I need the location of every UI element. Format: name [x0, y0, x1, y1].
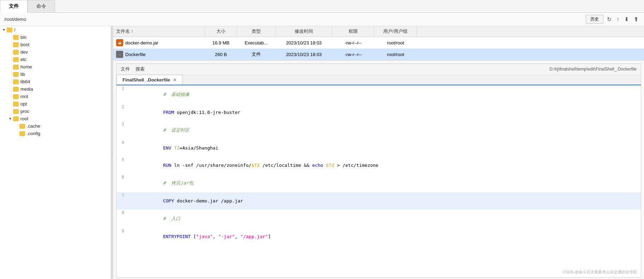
line-content-7: COPY docker-demo.jar /app.jar: [127, 192, 641, 210]
code-line-4: 4 ENV TZ=Asia/Shanghai: [116, 139, 641, 157]
tree-label-root: /: [14, 27, 16, 32]
keyword-echo: echo: [312, 163, 326, 168]
folder-icon-mnt: [13, 94, 19, 99]
line-content-8: # 入口: [127, 210, 641, 228]
folder-icon-cache: [19, 124, 25, 129]
code-line-1: 1 # 基础镜像: [116, 85, 641, 104]
file-row-dockerfile[interactable]: — Dockerfile 260 B 文件 2023/10/23 18:03 -…: [113, 49, 644, 60]
tree-item-media[interactable]: media: [0, 85, 111, 93]
comment-1: # 基础镜像: [163, 92, 189, 97]
tree-label-opt: opt: [20, 101, 27, 107]
dockerfile-type: 文件: [237, 50, 276, 58]
line-content-5: RUN ln -snf /usr/share/zoneinfo/$TZ /etc…: [127, 157, 641, 174]
editor-top-bar: 文件 搜索 D:\hj\finalshell\temp\edit\FinalSh…: [116, 64, 641, 75]
jar-icon: ☕: [116, 39, 123, 46]
code-line-5: 5 RUN ln -snf /usr/share/zoneinfo/$TZ /e…: [116, 157, 641, 174]
tab-file[interactable]: 文件: [0, 0, 28, 13]
line-num-3: 3: [116, 121, 127, 127]
folder-icon-root-folder: [13, 116, 19, 121]
tree-item-opt[interactable]: opt: [0, 100, 111, 108]
line-num-1: 1: [116, 85, 127, 92]
header-type[interactable]: 类型: [237, 26, 276, 37]
tree-item-root[interactable]: ▼ root: [0, 115, 111, 122]
tree-item-lib64[interactable]: lib64: [0, 78, 111, 85]
dockerfile-user: root/root: [374, 51, 417, 58]
var-tz3: $TZ: [326, 163, 334, 168]
var-tz2: $TZ: [251, 163, 259, 168]
tree-item-home[interactable]: home: [0, 63, 111, 71]
line-content-1: # 基础镜像: [127, 85, 641, 104]
editor-menu-search[interactable]: 搜索: [136, 66, 145, 72]
string-java: "java": [196, 234, 213, 239]
upload-icon[interactable]: ⬆: [632, 15, 640, 23]
header-size[interactable]: 大小: [205, 26, 237, 37]
editor-tab-bar: FinalShell_.Dockerfile ✕: [116, 75, 641, 85]
keyword-from: FROM: [163, 110, 177, 115]
line-content-6: # 拷贝jar包: [127, 174, 641, 192]
folder-icon-media: [13, 87, 19, 92]
tree-item-cache[interactable]: .cache: [0, 122, 111, 130]
tree-item-mnt[interactable]: mnt: [0, 93, 111, 100]
keyword-env: ENV: [163, 145, 174, 151]
up-icon[interactable]: ↑: [615, 16, 621, 23]
line-content-4: ENV TZ=Asia/Shanghai: [127, 139, 641, 157]
plain-run-val3: > /etc/timezone: [334, 163, 378, 168]
header-name[interactable]: 文件名 ↑: [113, 26, 205, 37]
right-panel: 文件名 ↑ 大小 类型 修改时间 权限 用户/用户组 ☕ docker-demo…: [113, 26, 644, 279]
arrow-root: ▼: [2, 28, 6, 32]
keyword-run: RUN: [163, 163, 174, 168]
jar-filename: docker-demo.jar: [125, 40, 158, 46]
file-name-dockerfile: — Dockerfile: [113, 50, 205, 59]
file-list-header: 文件名 ↑ 大小 类型 修改时间 权限 用户/用户组: [113, 26, 644, 37]
jar-type: Executab...: [237, 40, 276, 46]
tree-item-bin[interactable]: bin: [0, 34, 111, 41]
tree-item-dev[interactable]: dev: [0, 48, 111, 56]
tab-close-icon[interactable]: ✕: [173, 78, 176, 83]
editor-menu: 文件 搜索: [121, 66, 145, 72]
header-user[interactable]: 用户/用户组: [374, 26, 417, 37]
tree-item-config[interactable]: .config: [0, 130, 111, 137]
jar-modified: 2023/10/23 18:03: [276, 40, 332, 46]
plain-run-val: ln -snf /usr/share/zoneinfo/: [174, 163, 251, 168]
tree-item-boot[interactable]: boot: [0, 41, 111, 48]
tree-item-proc[interactable]: proc: [0, 108, 111, 115]
plain-copy-val: docker-demo.jar /app.jar: [177, 198, 243, 204]
code-editor[interactable]: 1 # 基础镜像 2 FROM openjdk:11.0-jre-buster …: [116, 85, 641, 277]
history-button[interactable]: 历史: [586, 15, 603, 24]
code-line-2: 2 FROM openjdk:11.0-jre-buster: [116, 104, 641, 121]
tree-item-root[interactable]: ▼ /: [0, 26, 111, 34]
tree-label-lib: lib: [20, 72, 25, 77]
plain-bracket-close: ]: [268, 234, 271, 239]
jar-size: 16.9 MB: [205, 40, 237, 46]
tree-item-lib[interactable]: lib: [0, 71, 111, 78]
main-layout: ▼ / bin boot dev etc home: [0, 26, 644, 279]
folder-icon-lib: [13, 72, 19, 77]
keyword-copy: COPY: [163, 198, 177, 204]
tab-command[interactable]: 命令: [28, 0, 55, 12]
path-actions: 历史 ↻ ↑ ⬇ ⬆: [586, 15, 640, 24]
comment-8: # 入口: [163, 216, 180, 221]
tree-label-bin: bin: [20, 35, 26, 40]
plain-bracket-open: [: [193, 234, 196, 239]
folder-icon-config: [19, 131, 25, 136]
folder-icon-proc: [13, 109, 19, 114]
tree-label-home: home: [20, 64, 32, 69]
plain-from-val: openjdk:11.0-jre-buster: [177, 110, 240, 115]
header-perms[interactable]: 权限: [332, 26, 374, 37]
editor-menu-file[interactable]: 文件: [121, 66, 130, 72]
string-appjar: "/app.jar": [240, 234, 268, 239]
jar-user: root/root: [374, 40, 417, 46]
tree-item-etc[interactable]: etc: [0, 56, 111, 63]
refresh-icon[interactable]: ↻: [606, 15, 613, 23]
file-list: 文件名 ↑ 大小 类型 修改时间 权限 用户/用户组 ☕ docker-demo…: [113, 26, 644, 61]
folder-icon-etc: [13, 57, 19, 62]
keyword-entrypoint: ENTRYPOINT: [163, 234, 193, 239]
editor-tab-dockerfile[interactable]: FinalShell_.Dockerfile ✕: [116, 75, 182, 85]
watermark: CSDN @奋斗百天我要考山东交通职业学院: [563, 269, 637, 275]
path-bar: /root/demo 历史 ↻ ↑ ⬇ ⬆: [0, 13, 644, 26]
download-icon[interactable]: ⬇: [623, 15, 630, 23]
file-row-jar[interactable]: ☕ docker-demo.jar 16.9 MB Executab... 20…: [113, 37, 644, 49]
line-num-5: 5: [116, 157, 127, 163]
dockerfile-modified: 2023/10/23 18:03: [276, 51, 332, 58]
header-modified[interactable]: 修改时间: [276, 26, 332, 37]
